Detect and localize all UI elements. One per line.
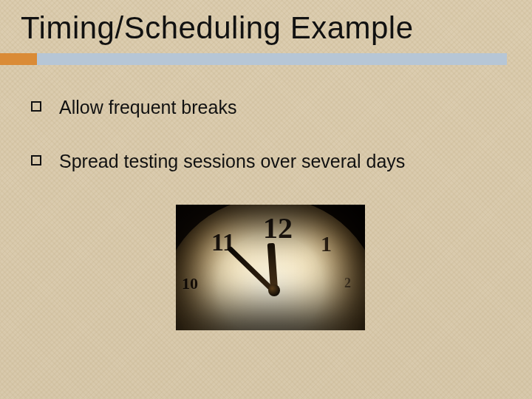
bullet-text: Spread testing sessions over several day… bbox=[59, 150, 405, 173]
clock-image: 11 12 1 10 2 bbox=[176, 205, 365, 330]
clock-numeral-2: 2 bbox=[344, 276, 351, 291]
square-bullet-icon bbox=[31, 155, 41, 166]
bullet-text: Allow frequent breaks bbox=[59, 96, 236, 119]
slide-title: Timing/Scheduling Example bbox=[0, 0, 532, 50]
list-item: Allow frequent breaks bbox=[31, 96, 510, 119]
square-bullet-icon bbox=[31, 101, 41, 112]
clock-hub bbox=[268, 284, 280, 296]
divider-accent bbox=[0, 53, 37, 65]
divider-main bbox=[37, 53, 507, 65]
clock-numeral-10: 10 bbox=[182, 274, 198, 293]
title-divider bbox=[0, 53, 507, 65]
list-item: Spread testing sessions over several day… bbox=[31, 150, 510, 173]
clock-numeral-1: 1 bbox=[321, 231, 332, 256]
slide-body: Allow frequent breaks Spread testing ses… bbox=[0, 65, 532, 330]
clock-numeral-12: 12 bbox=[263, 211, 293, 245]
